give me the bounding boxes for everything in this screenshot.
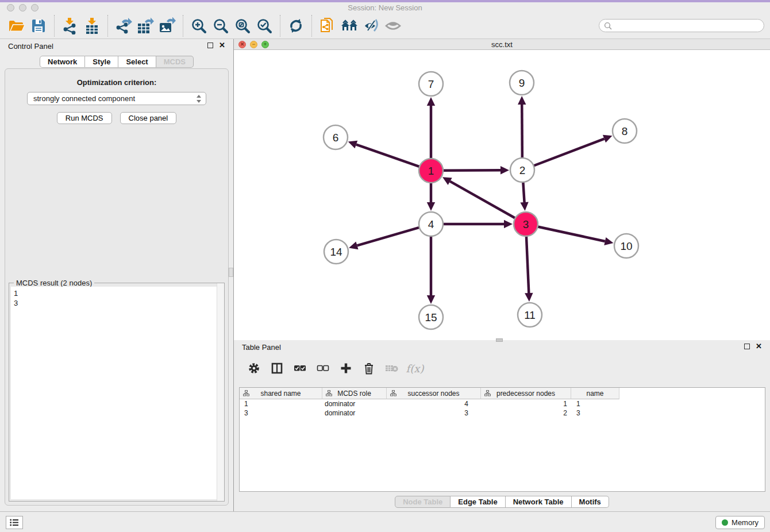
open-folder-icon — [8, 18, 25, 33]
zoom-selected-icon — [256, 18, 272, 34]
table-tabs: Node TableEdge TableNetwork TableMotifs — [234, 496, 770, 508]
main-toolbar — [0, 13, 770, 39]
edge-2-9[interactable] — [522, 105, 522, 158]
function-builder-button[interactable]: f(x) — [407, 361, 422, 376]
deselect-all-icon — [317, 364, 329, 372]
graph-node-label: 9 — [519, 77, 525, 89]
delete-column-button[interactable] — [361, 361, 376, 376]
refresh-button[interactable] — [285, 15, 307, 37]
toolbar-separator — [54, 15, 55, 37]
zoom-in-button[interactable] — [188, 15, 210, 37]
memory-button[interactable]: Memory — [715, 516, 765, 529]
network-title: scc.txt — [234, 40, 770, 49]
zoom-fit-button[interactable] — [232, 15, 253, 37]
float-table-panel-icon[interactable] — [744, 344, 750, 349]
import-network-button[interactable] — [59, 15, 81, 37]
tab-mcds[interactable]: MCDS — [156, 56, 194, 68]
tab-edge-table[interactable]: Edge Table — [451, 496, 505, 508]
save-icon — [31, 18, 46, 33]
close-panel-button[interactable]: Close panel — [120, 112, 177, 124]
export-table-button[interactable] — [134, 15, 156, 37]
table-cell: 4 — [387, 399, 481, 408]
edge-3-1[interactable] — [450, 182, 515, 218]
import-table-button[interactable] — [81, 15, 103, 37]
delete-table-button[interactable] — [384, 361, 399, 376]
zoom-out-button[interactable] — [210, 15, 232, 37]
network-graph[interactable]: 1234678910111415 — [234, 50, 770, 340]
show-columns-button[interactable] — [270, 361, 284, 376]
node-table-body: 1dominator4113dominator323 — [240, 399, 765, 418]
global-search[interactable] — [599, 19, 764, 32]
column-header-predecessor-nodes[interactable]: predecessor nodes — [481, 388, 571, 399]
export-network-button[interactable] — [113, 15, 134, 37]
eye-disabled-icon — [384, 18, 402, 33]
tab-network[interactable]: Network — [40, 56, 85, 68]
two-houses-button[interactable] — [338, 15, 360, 37]
clone-network-button[interactable] — [317, 15, 338, 37]
table-settings-button[interactable] — [247, 361, 261, 376]
mcds-result-line: 1 — [14, 288, 222, 298]
memory-status-icon — [722, 519, 728, 526]
edge-3-10[interactable] — [538, 226, 605, 241]
zoom-out-icon — [213, 18, 229, 34]
save-session-button[interactable] — [28, 15, 49, 37]
add-column-button[interactable] — [338, 361, 353, 376]
optimization-criterion-select[interactable]: strongly connected component — [27, 92, 206, 105]
app-titlebar: Session: New Session — [0, 2, 770, 13]
select-all-button[interactable] — [292, 361, 307, 376]
zoom-fit-icon — [234, 18, 251, 34]
memory-label: Memory — [732, 518, 759, 527]
tab-network-table[interactable]: Network Table — [506, 496, 572, 508]
tab-select[interactable]: Select — [118, 56, 156, 68]
session-title: Session: New Session — [0, 3, 770, 12]
table-cell: 1 — [571, 399, 619, 408]
close-panel-icon[interactable]: ✕ — [219, 43, 225, 48]
export-image-button[interactable] — [156, 15, 178, 37]
edge-arrowhead — [427, 202, 435, 211]
edge-1-2[interactable] — [443, 170, 500, 171]
tab-style[interactable]: Style — [85, 56, 118, 68]
hide-graphics-details-button[interactable] — [360, 15, 382, 37]
table-cell: dominator — [322, 408, 387, 418]
control-panel: Control Panel ✕ NetworkStyleSelectMCDS O… — [0, 39, 234, 511]
tab-node-table[interactable]: Node Table — [395, 496, 451, 508]
deselect-all-button[interactable] — [315, 361, 330, 376]
column-type-icon — [326, 390, 332, 396]
open-session-button[interactable] — [6, 15, 28, 37]
column-header-MCDS-role[interactable]: MCDS role — [322, 388, 387, 399]
zoom-selected-button[interactable] — [253, 15, 275, 37]
table-row[interactable]: 1dominator411 — [240, 399, 765, 408]
mcds-result-list[interactable]: 13 — [11, 287, 222, 499]
graph-node-label: 8 — [622, 125, 628, 137]
tab-motifs[interactable]: Motifs — [572, 496, 609, 508]
show-columns-icon — [271, 363, 283, 374]
edge-arrowhead — [427, 295, 435, 304]
table-row[interactable]: 3dominator323 — [240, 408, 765, 418]
graph-node-label: 7 — [428, 78, 434, 90]
run-mcds-button[interactable]: Run MCDS — [57, 112, 112, 124]
panel-divider-grip[interactable] — [229, 268, 233, 277]
search-input[interactable] — [612, 21, 764, 31]
edge-2-8[interactable] — [534, 139, 605, 166]
float-panel-icon[interactable] — [207, 43, 213, 48]
close-table-panel-icon[interactable]: ✕ — [756, 344, 762, 349]
export-table-icon — [137, 17, 154, 34]
edge-3-11[interactable] — [526, 236, 529, 293]
edge-arrowhead — [504, 220, 513, 228]
node-table[interactable]: shared nameMCDS rolesuccessor nodesprede… — [239, 387, 765, 492]
optimization-criterion-label: Optimization criterion: — [5, 78, 228, 87]
column-header-name[interactable]: name — [571, 388, 619, 399]
edge-arrowhead — [349, 241, 358, 249]
column-header-shared-name[interactable]: shared name — [240, 388, 322, 399]
table-cell: 1 — [240, 399, 322, 408]
zoom-in-icon — [191, 18, 207, 34]
edge-1-6[interactable] — [356, 145, 419, 167]
edge-2-3[interactable] — [523, 182, 524, 202]
show-graphics-details-button[interactable] — [382, 15, 404, 37]
column-header-successor-nodes[interactable]: successor nodes — [387, 388, 481, 399]
network-window-titlebar[interactable]: ✕ − + scc.txt — [234, 39, 770, 50]
graph-node-label: 1 — [428, 165, 434, 177]
task-history-button[interactable] — [6, 516, 23, 529]
edge-4-14[interactable] — [357, 228, 419, 246]
result-scrollbar[interactable] — [217, 283, 224, 501]
